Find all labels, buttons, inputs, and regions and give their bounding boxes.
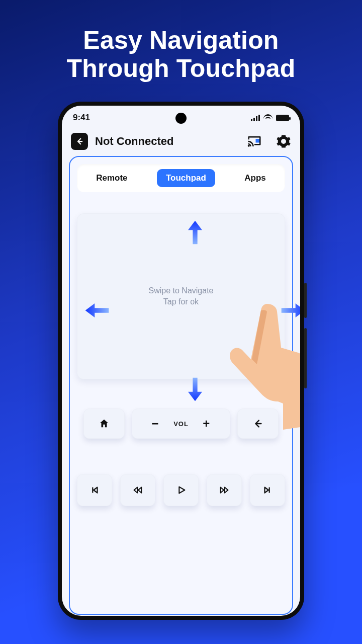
vol-down-button[interactable]: − xyxy=(150,417,160,431)
forward-icon xyxy=(219,485,230,496)
forward-button[interactable] xyxy=(207,474,242,506)
touchpad-area[interactable]: Swipe to Navigate Tap for ok xyxy=(77,213,285,379)
app-header: Not Connected xyxy=(62,130,300,156)
cell-signal-icon xyxy=(251,114,260,121)
tab-bar: Remote Touchpad Apps xyxy=(77,164,285,192)
touchpad-hint-line2: Tap for ok xyxy=(163,297,199,306)
home-button[interactable] xyxy=(83,409,125,439)
rewind-icon xyxy=(132,485,143,496)
skip-prev-icon xyxy=(89,485,100,496)
cast-icon xyxy=(247,134,262,149)
back-button[interactable] xyxy=(71,133,88,150)
media-row xyxy=(77,474,285,506)
promo-heading: Easy Navigation Through Touchpad xyxy=(67,26,296,83)
control-row: − VOL + xyxy=(77,409,285,439)
battery-icon xyxy=(276,115,289,121)
skip-next-icon xyxy=(262,485,273,496)
skip-next-button[interactable] xyxy=(250,474,285,506)
vol-up-button[interactable]: + xyxy=(202,417,212,431)
front-camera xyxy=(175,113,187,124)
volume-control[interactable]: − VOL + xyxy=(132,409,230,439)
phone-screen: 9:41 Not Connected Remote Touchpad xyxy=(62,106,300,616)
svg-point-0 xyxy=(248,145,250,147)
gear-icon xyxy=(276,134,291,149)
vol-label: VOL xyxy=(173,420,189,428)
settings-button[interactable] xyxy=(276,134,291,149)
touchpad-hint-line1: Swipe to Navigate xyxy=(149,286,214,295)
home-icon xyxy=(99,418,110,429)
tab-touchpad[interactable]: Touchpad xyxy=(157,169,215,187)
cast-button[interactable] xyxy=(247,134,262,149)
play-icon xyxy=(175,485,187,496)
main-card: Remote Touchpad Apps Swipe to Navigate T… xyxy=(69,156,293,615)
tab-apps[interactable]: Apps xyxy=(235,169,275,187)
status-icons xyxy=(251,114,289,121)
phone-frame: 9:41 Not Connected Remote Touchpad xyxy=(58,102,304,620)
nav-back-button[interactable] xyxy=(237,409,279,439)
promo-line1: Easy Navigation xyxy=(83,26,279,54)
promo-line2: Through Touchpad xyxy=(67,54,296,83)
rewind-button[interactable] xyxy=(120,474,155,506)
connection-status-title: Not Connected xyxy=(95,135,233,148)
touchpad-hint: Swipe to Navigate Tap for ok xyxy=(149,285,214,307)
arrow-left-icon xyxy=(252,418,263,429)
skip-prev-button[interactable] xyxy=(77,474,112,506)
wifi-icon xyxy=(263,114,273,121)
tab-remote[interactable]: Remote xyxy=(87,169,136,187)
arrow-left-icon xyxy=(75,137,84,146)
status-time: 9:41 xyxy=(73,113,90,123)
play-button[interactable] xyxy=(163,474,199,506)
